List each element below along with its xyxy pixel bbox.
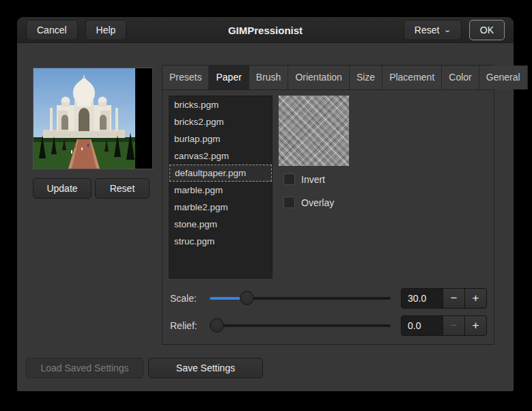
scale-decrement-button[interactable]: − bbox=[443, 288, 465, 309]
overlay-checkbox[interactable] bbox=[283, 197, 295, 208]
relief-increment-button[interactable]: + bbox=[464, 315, 487, 336]
scale-value-input[interactable]: 30.0 bbox=[401, 288, 443, 309]
tab-general[interactable]: General bbox=[479, 66, 528, 89]
source-preview-image bbox=[33, 68, 152, 169]
tab-orientation[interactable]: Orientation bbox=[288, 66, 349, 89]
update-button[interactable]: Update bbox=[33, 178, 92, 199]
scale-slider[interactable] bbox=[210, 288, 391, 309]
paper-list-item[interactable]: bricks2.pgm bbox=[169, 113, 272, 130]
tab-brush[interactable]: Brush bbox=[249, 66, 289, 89]
window-title: GIMPressionist bbox=[228, 24, 303, 36]
relief-slider[interactable] bbox=[210, 315, 391, 336]
paper-texture-preview bbox=[279, 96, 349, 166]
relief-row: Relief: 0.0 − + bbox=[170, 315, 487, 336]
scale-increment-button[interactable]: + bbox=[464, 288, 487, 309]
paper-list-item[interactable]: marble2.pgm bbox=[169, 199, 272, 216]
tab-size[interactable]: Size bbox=[350, 66, 382, 89]
relief-value-input[interactable]: 0.0 bbox=[401, 315, 443, 336]
header-right-actions: Reset ⌄ OK bbox=[404, 20, 505, 40]
relief-slider-track[interactable] bbox=[210, 324, 391, 327]
scale-slider-thumb[interactable] bbox=[240, 291, 254, 305]
scale-label: Scale: bbox=[170, 293, 210, 304]
gimpressionist-dialog: Cancel Help GIMPressionist Reset ⌄ OK bbox=[17, 17, 514, 391]
scale-row: Scale: 30.0 − + bbox=[170, 288, 487, 309]
plus-icon: + bbox=[473, 292, 479, 305]
tab-presets[interactable]: Presets bbox=[163, 66, 209, 89]
save-settings-button[interactable]: Save Settings bbox=[148, 358, 263, 378]
minus-icon: − bbox=[451, 319, 458, 332]
paper-list-item[interactable]: stone.pgm bbox=[169, 216, 272, 233]
relief-spinbox: 0.0 − + bbox=[401, 315, 487, 336]
paper-list[interactable]: bricks.pgmbricks2.pgmburlap.pgmcanvas2.p… bbox=[169, 96, 272, 279]
tab-placement[interactable]: Placement bbox=[382, 66, 442, 89]
relief-slider-thumb[interactable] bbox=[210, 318, 224, 332]
reset-dropdown-button[interactable]: Reset ⌄ bbox=[404, 20, 462, 40]
tab-paper[interactable]: Paper bbox=[209, 66, 249, 89]
paper-list-item[interactable]: bricks.pgm bbox=[169, 96, 272, 113]
paper-list-item[interactable]: marble.pgm bbox=[169, 182, 272, 199]
relief-label: Relief: bbox=[170, 320, 210, 331]
scale-slider-fill bbox=[210, 297, 242, 300]
plus-icon: + bbox=[473, 319, 479, 332]
cancel-button[interactable]: Cancel bbox=[26, 20, 78, 40]
source-preview-frame bbox=[33, 68, 153, 169]
invert-checkbox[interactable] bbox=[283, 173, 295, 185]
overlay-label: Overlay bbox=[301, 197, 334, 208]
load-saved-settings-button[interactable]: Load Saved Settings bbox=[26, 358, 143, 378]
tab-strip: PresetsPaperBrushOrientationSizePlacemen… bbox=[163, 66, 494, 90]
relief-decrement-button: − bbox=[443, 315, 465, 336]
settings-notebook: PresetsPaperBrushOrientationSizePlacemen… bbox=[162, 65, 494, 345]
tab-color[interactable]: Color bbox=[442, 66, 479, 89]
paper-list-item[interactable]: burlap.pgm bbox=[169, 130, 272, 147]
paper-list-item[interactable]: defaultpaper.pgm bbox=[169, 165, 272, 182]
reset-dropdown-label: Reset bbox=[415, 25, 440, 36]
preview-reset-button[interactable]: Reset bbox=[95, 178, 150, 199]
scale-spinbox: 30.0 − + bbox=[401, 288, 487, 309]
paper-list-item[interactable]: struc.pgm bbox=[169, 233, 272, 250]
help-button[interactable]: Help bbox=[85, 20, 127, 40]
minus-icon: − bbox=[451, 292, 458, 305]
invert-checkbox-row[interactable]: Invert bbox=[283, 173, 325, 185]
ok-button[interactable]: OK bbox=[469, 20, 505, 40]
chevron-down-icon: ⌄ bbox=[444, 26, 452, 33]
header-bar: Cancel Help GIMPressionist Reset ⌄ OK bbox=[17, 17, 514, 43]
paper-list-item[interactable]: canvas2.pgm bbox=[169, 147, 272, 165]
invert-label: Invert bbox=[301, 174, 325, 185]
overlay-checkbox-row[interactable]: Overlay bbox=[283, 197, 334, 208]
header-left-actions: Cancel Help bbox=[26, 20, 126, 40]
